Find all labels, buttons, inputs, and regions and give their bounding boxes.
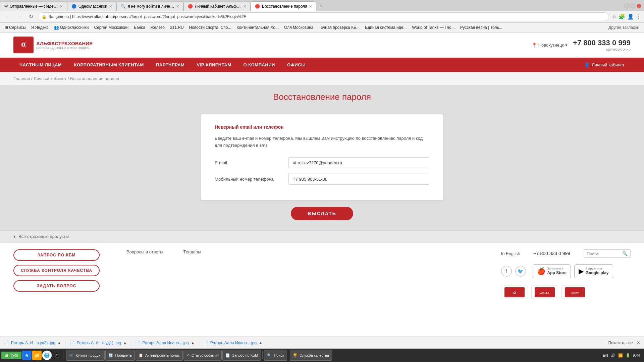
insurance-products-bar[interactable]: ▾ Все страховые продукты [0, 230, 644, 242]
store-buttons: 🍎 Загрузите в App Store ▶ Загрузите в Go… [533, 264, 613, 278]
logo[interactable]: α АЛЬФАСТРАХОВАНИЕ СЕРВИС БУДУЩЕГО В НАС… [13, 37, 93, 53]
bookmark-hockey[interactable]: Континентальная Хо... [235, 24, 281, 31]
location-selector[interactable]: 📍 Новокузнецк ▾ [532, 43, 568, 48]
bookmark-wot[interactable]: World of Tanks — Гло... [410, 24, 457, 31]
site-header: α АЛЬФАСТРАХОВАНИЕ СЕРВИС БУДУЩЕГО В НАС… [0, 33, 644, 58]
bookmark-star-icon[interactable]: ☆ [612, 13, 616, 20]
tab-1[interactable]: 🔵 Одноклассники × [67, 1, 116, 11]
tab-close-4[interactable]: × [309, 4, 312, 9]
new-tab-button[interactable]: + [316, 1, 326, 11]
facebook-icon[interactable]: f [501, 266, 512, 277]
breadcrumb-home[interactable]: Главная [13, 76, 30, 81]
menu-icon[interactable]: ⋮ [636, 13, 641, 20]
bookmark-ok[interactable]: 👥 Одноклассники [52, 24, 91, 31]
nav-about[interactable]: О КОМПАНИИ [237, 58, 281, 72]
bookmark-hardware[interactable]: Железо [148, 24, 167, 31]
bookmark-yandex[interactable]: Я Яндекс [29, 24, 51, 31]
email-input[interactable] [288, 157, 429, 168]
page-background: Главная / Личный кабинет / Восстановлени… [0, 72, 644, 230]
bookmark-label-sergei: Сергей Московкин [94, 25, 128, 30]
google-play-bottom: Google play [586, 270, 609, 276]
social-icons: f 🐦 [501, 266, 526, 277]
search-icon[interactable]: 🔍 [622, 251, 628, 256]
error-message: Неверный email или телефон [215, 124, 429, 130]
logo-name: АЛЬФАСТРАХОВАНИЕ [36, 41, 93, 46]
bookmark-label-wot: World of Tanks — Гло... [412, 25, 454, 30]
phone-sub: круглосуточно [573, 47, 631, 51]
submit-button[interactable]: ВЫСЛАТЬ [291, 207, 353, 220]
user-icon[interactable]: 👤 [627, 13, 634, 20]
alfa-logo-2: АЛЬФА [531, 286, 558, 299]
svg-text:ЦЕНТР: ЦЕНТР [571, 292, 579, 295]
extensions-icon[interactable]: 🧩 [619, 13, 625, 20]
tab-0[interactable]: ✉ Отправленные — Яндек... × [0, 1, 67, 11]
nav-offices[interactable]: ОФИСЫ [281, 58, 312, 72]
tenders-link[interactable]: Тендеры [183, 249, 201, 254]
bookmark-label-services: Сервисы [9, 25, 26, 30]
header-top: α АЛЬФАСТРАХОВАНИЕ СЕРВИС БУДУЩЕГО В НАС… [13, 33, 631, 57]
maximize-button[interactable] [631, 4, 635, 8]
breadcrumb-current: Восстановление пароля [70, 76, 119, 81]
tab-close-1[interactable]: × [109, 4, 112, 9]
bookmark-check[interactable]: Точная проверка КБ... [317, 24, 362, 31]
bookmark-olya[interactable]: Оля Московина [282, 24, 315, 31]
app-store-bottom: App Store [547, 270, 567, 276]
address-text: Защищено | https://www.alfastrah.ru/pers… [49, 14, 605, 19]
footer-search[interactable]: 🔍 [584, 249, 631, 258]
google-play-button[interactable]: ▶ Загрузите в Google play [574, 264, 613, 278]
faq-link[interactable]: Вопросы и ответы [126, 249, 163, 254]
forward-button[interactable]: → [15, 13, 24, 20]
back-button[interactable]: ← [3, 13, 12, 20]
nav-partners[interactable]: ПАРТНЁРАМ [150, 58, 191, 72]
bookmark-label-other: Другие закладки [608, 25, 639, 30]
bookmark-services[interactable]: ⊞ Сервисы [3, 24, 28, 31]
nav-vip[interactable]: VIP-КЛИЕНТАМ [191, 58, 237, 72]
bookmark-211[interactable]: 211.RU [168, 24, 186, 31]
bookmark-label-olya: Оля Московина [284, 25, 313, 30]
footer-links: Вопросы и ответы Тендеры [126, 249, 474, 254]
nav-corporate[interactable]: КОРПОРАТИВНЫМ КЛИЕНТАМ [68, 58, 150, 72]
quality-control-button[interactable]: СЛУЖБА КОНТРОЛЯ КАЧЕСТВА [13, 265, 100, 276]
tab-favicon-1: 🔵 [71, 4, 76, 9]
bookmark-banks[interactable]: Банки [132, 24, 147, 31]
tab-favicon-0: ✉ [4, 4, 8, 9]
tab-2[interactable]: 🔍 я не могу войти в личный к... × [116, 1, 183, 11]
bookmark-sergei[interactable]: Сергей Московкин [92, 24, 130, 31]
tab-4[interactable]: 🔴 Восстановление пароля × [251, 1, 316, 11]
reload-button[interactable]: ↻ [27, 13, 35, 20]
page-title-section: Восстановление пароля [0, 85, 644, 114]
google-play-text: Загрузите в Google play [586, 267, 609, 276]
close-button[interactable] [637, 4, 641, 8]
phone-input[interactable] [288, 174, 429, 185]
user-cabinet-icon: 👤 [584, 62, 590, 67]
bookmarks-bar: ⊞ Сервисы Я Яндекс 👥 Одноклассники Серге… [0, 23, 644, 32]
phone-number: +7 800 333 0 999 [573, 39, 631, 47]
app-store-text: Загрузите в App Store [547, 267, 567, 276]
email-row: E-mail [215, 157, 429, 168]
tab-close-3[interactable]: × [244, 4, 246, 9]
bookmark-news[interactable]: Новости спорта, Спо... [187, 24, 233, 31]
bookmark-esia[interactable]: Единая система иде... [363, 24, 409, 31]
twitter-icon[interactable]: 🐦 [515, 266, 526, 277]
tab-3[interactable]: 🔴 Личный кабинет Альфаст... × [183, 1, 251, 11]
address-bar[interactable]: 🔒 Защищено | https://www.alfastrah.ru/pe… [38, 12, 609, 21]
bookmark-russianspring[interactable]: Русская весна | Толь... [458, 24, 504, 31]
other-bookmarks[interactable]: Другие закладки [606, 24, 641, 31]
app-store-button[interactable]: 🍎 Загрузите в App Store [533, 264, 571, 278]
bookmark-label-esia: Единая система иде... [365, 25, 407, 30]
tab-close-2[interactable]: × [176, 4, 179, 9]
submit-section: ВЫСЛАТЬ [0, 207, 644, 220]
nav-individuals[interactable]: ЧАСТНЫМ ЛИЦАМ [13, 58, 68, 72]
personal-cabinet-link[interactable]: 👤 Личный кабинет [578, 58, 631, 72]
language-selector[interactable]: In English [501, 251, 520, 256]
tab-bar: ✉ Отправленные — Яндек... × 🔵 Одноклассн… [0, 0, 644, 11]
header-right: 📍 Новокузнецк ▾ +7 800 333 0 999 круглос… [532, 39, 631, 51]
breadcrumb-cabinet[interactable]: Личный кабинет [34, 76, 66, 81]
tab-label-0: Отправленные — Яндек... [10, 4, 58, 9]
form-description: Введите ваш e-mail и номер телефона. Мы … [215, 135, 429, 149]
minimize-button[interactable] [625, 4, 629, 8]
ask-question-button[interactable]: ЗАДАТЬ ВОПРОС [13, 280, 100, 292]
tab-close-0[interactable]: × [60, 4, 63, 9]
footer-search-input[interactable] [587, 251, 620, 256]
kbm-request-button[interactable]: ЗАПРОС ПО КБМ [13, 249, 100, 261]
